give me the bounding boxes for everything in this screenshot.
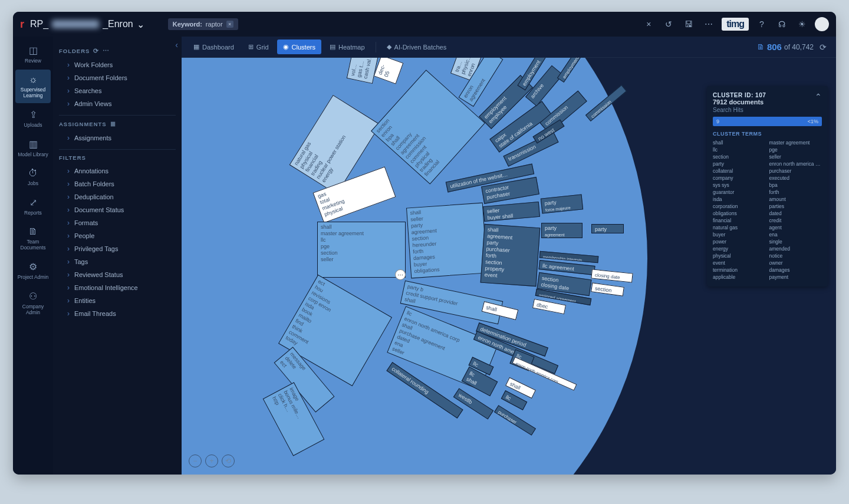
filter-annotations[interactable]: Annotations <box>59 164 176 177</box>
cluster-term[interactable]: amount <box>769 196 822 203</box>
tab-dashboard[interactable]: ▦Dashboard <box>187 39 240 54</box>
cluster-term[interactable]: forth <box>769 189 822 196</box>
zoom-in-icon[interactable]: + <box>205 454 218 467</box>
rail-item-reports[interactable]: ⤢Reports <box>15 192 51 220</box>
cluster-term[interactable]: sys sys <box>713 182 766 189</box>
cluster-term[interactable]: applicable <box>713 274 766 281</box>
clear-search-icon[interactable]: × <box>641 17 656 31</box>
cluster-term[interactable]: parties <box>769 203 822 210</box>
cluster-term[interactable]: payment <box>769 274 822 281</box>
cluster-term[interactable]: termination <box>713 266 766 274</box>
cluster-term[interactable]: collateral <box>713 167 766 174</box>
avatar[interactable] <box>815 17 829 31</box>
project-selector[interactable]: RP_ xxxxxx _Enron ⌄ <box>30 19 144 30</box>
list-icon[interactable]: ≣ <box>110 120 116 128</box>
filter-email-threads[interactable]: Email Threads <box>59 307 176 320</box>
filter-tags[interactable]: Tags <box>59 255 176 268</box>
cluster-wedge[interactable]: partyagreement <box>541 223 583 238</box>
wedge-expand-icon[interactable]: ⋯ <box>395 269 406 280</box>
cluster-term[interactable]: event <box>713 259 766 266</box>
cluster-term[interactable]: single <box>769 238 822 245</box>
cluster-term[interactable]: executed <box>769 174 822 182</box>
cluster-term[interactable]: corporation <box>713 203 766 210</box>
cluster-term[interactable]: ena <box>769 231 822 238</box>
cluster-term[interactable]: obligations <box>713 210 766 217</box>
filter-privileged-tags[interactable]: Privileged Tags <box>59 242 176 255</box>
folders-more-icon[interactable]: ⋯ <box>103 47 110 55</box>
main-area: ▦Dashboard ⊞Grid ◉Clusters ▤Heatmap ◆AI-… <box>182 37 836 475</box>
chip-remove-icon[interactable]: × <box>226 21 233 28</box>
cluster-term[interactable]: section <box>713 153 766 160</box>
history-icon[interactable]: ↺ <box>662 17 676 31</box>
search-chip[interactable]: Keyword: raptor × <box>168 18 238 30</box>
cluster-term[interactable]: energy <box>713 245 766 252</box>
more-icon[interactable]: ⋯ <box>702 17 716 31</box>
rail-item-company-admin[interactable]: ⚇Company Admin <box>15 286 51 320</box>
folder-searches[interactable]: Searches <box>59 84 176 97</box>
rail-item-review[interactable]: ◫Review <box>15 40 51 68</box>
rail-item-model-library[interactable]: ▥Model Library <box>15 134 51 162</box>
zoom-out-icon[interactable]: − <box>189 454 202 467</box>
divider <box>59 149 176 150</box>
cluster-term[interactable]: enron north america … <box>769 160 822 167</box>
cluster-term[interactable]: damages <box>769 266 822 274</box>
reset-view-icon[interactable]: ⟲ <box>222 454 235 467</box>
filter-reviewed-status[interactable]: Reviewed Status <box>59 268 176 281</box>
tab-grid[interactable]: ⊞Grid <box>242 39 275 54</box>
folder-work-folders[interactable]: Work Folders <box>59 58 176 71</box>
cluster-wedge[interactable]: party <box>591 224 624 233</box>
filter-emotional-intelligence[interactable]: Emotional Intelligence <box>59 281 176 294</box>
cluster-term[interactable]: seller <box>769 153 822 160</box>
cluster-term[interactable]: guarantor <box>713 189 766 196</box>
cluster-term[interactable]: natural gas <box>713 224 766 231</box>
collapse-panel-icon[interactable]: ⌃ <box>815 92 822 101</box>
filter-entities[interactable]: Entities <box>59 294 176 307</box>
tab-ai-batches[interactable]: ◆AI-Driven Batches <box>381 39 453 54</box>
filter-people[interactable]: People <box>59 229 176 242</box>
cluster-term[interactable]: master agreement <box>769 139 822 146</box>
help-icon[interactable]: ? <box>755 17 769 31</box>
theme-icon[interactable]: ☀ <box>795 17 809 31</box>
folder-admin-views[interactable]: Admin Views <box>59 97 176 110</box>
rail-item-uploads[interactable]: ⇪Uploads <box>15 104 51 133</box>
cluster-wedge[interactable]: shallagreementpartypurchaserforthsection… <box>481 224 541 286</box>
cluster-term[interactable]: party <box>713 160 766 167</box>
cluster-term[interactable]: owner <box>769 259 822 266</box>
refresh-count-icon[interactable]: ⟳ <box>816 40 830 54</box>
tab-clusters[interactable]: ◉Clusters <box>277 39 321 54</box>
cluster-term[interactable]: purchaser <box>769 167 822 174</box>
cluster-term[interactable]: notice <box>769 252 822 259</box>
cluster-term[interactable]: shall <box>713 139 766 146</box>
cluster-wedge[interactable]: shallmaster agreementllcpgesectionseller <box>317 222 406 278</box>
cluster-term[interactable]: dated <box>769 210 822 217</box>
tab-heatmap[interactable]: ▤Heatmap <box>324 39 371 54</box>
filter-formats[interactable]: Formats <box>59 216 176 229</box>
support-icon[interactable]: ☊ <box>775 17 789 31</box>
cluster-term[interactable]: pge <box>769 146 822 153</box>
folder-document-folders[interactable]: Document Folders <box>59 71 176 84</box>
cluster-wedge[interactable]: shallsellerpartyagreementsectionhereunde… <box>406 203 488 279</box>
filter-batch-folders[interactable]: Batch Folders <box>59 177 176 190</box>
cluster-term[interactable]: credit <box>769 217 822 224</box>
refresh-icon[interactable]: ⟳ <box>93 47 99 55</box>
cluster-term[interactable]: llc <box>713 146 766 153</box>
cluster-term[interactable]: physical <box>713 252 766 259</box>
filter-deduplication[interactable]: Deduplication <box>59 190 176 203</box>
rail-item-jobs[interactable]: ⏱Jobs <box>15 163 51 191</box>
cluster-term[interactable]: isda <box>713 196 766 203</box>
cluster-term[interactable]: financial <box>713 217 766 224</box>
rail-item-team-documents[interactable]: 🗎Team Documents <box>15 222 51 255</box>
cluster-term[interactable]: bpa <box>769 182 822 189</box>
assignment-assignments[interactable]: Assignments <box>59 131 176 144</box>
collapse-sidebar-icon[interactable]: ‹ <box>175 40 178 50</box>
cluster-term[interactable]: agent <box>769 224 822 231</box>
save-icon[interactable]: 🖫 <box>682 17 696 31</box>
cluster-term[interactable]: company <box>713 174 766 182</box>
cluster-term[interactable]: power <box>713 238 766 245</box>
filter-document-status[interactable]: Document Status <box>59 203 176 216</box>
cluster-viz[interactable]: natural gasphysicalfinancialtradingnucle… <box>182 58 836 475</box>
cluster-term[interactable]: buyer <box>713 231 766 238</box>
rail-item-project-admin[interactable]: ⚙Project Admin <box>15 256 51 285</box>
cluster-term[interactable]: amended <box>769 245 822 252</box>
rail-item-supervised-learning[interactable]: ☼Supervised Learning <box>15 70 51 103</box>
